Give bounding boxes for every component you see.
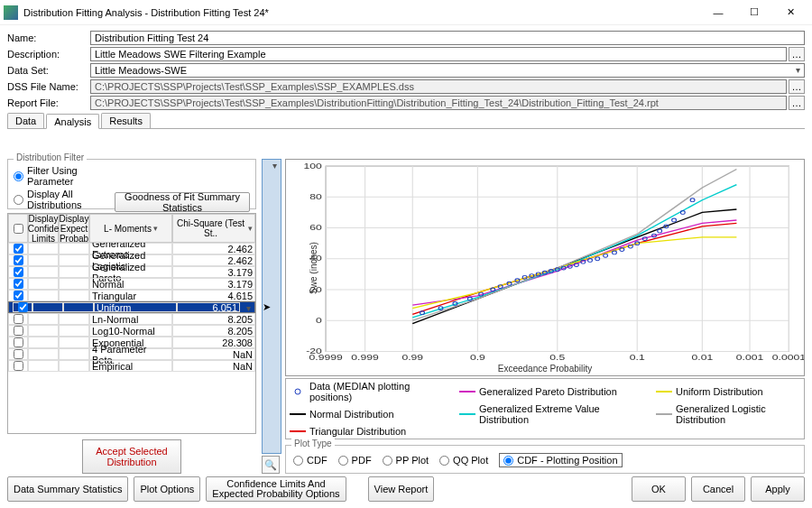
y-axis-label: Swe (inches) xyxy=(309,242,318,294)
description-expand-button[interactable]: … xyxy=(789,47,805,61)
table-row[interactable]: EmpiricalNaN xyxy=(8,360,255,372)
row-chisq: 2.462 xyxy=(172,254,255,266)
view-report-button[interactable]: View Report xyxy=(368,476,435,502)
table-row[interactable]: Ln-Normal8.205 xyxy=(8,313,255,325)
svg-text:0.01: 0.01 xyxy=(692,352,714,362)
plot-legend: Data (MEDIAN plotting positions) General… xyxy=(285,378,805,439)
row-display-checkbox[interactable] xyxy=(14,279,23,289)
row-chisq: 4.615 xyxy=(172,290,255,301)
svg-text:0.9999: 0.9999 xyxy=(309,352,343,362)
description-label: Description: xyxy=(7,49,90,60)
plot-type-pp-radio[interactable] xyxy=(383,456,392,466)
accept-selected-distribution-button[interactable]: Accept Selected Distribution xyxy=(82,439,181,474)
name-input[interactable]: Distribution Fitting Test 24 xyxy=(90,31,805,45)
svg-text:80: 80 xyxy=(309,191,322,201)
legend-data: Data (MEDIAN plotting positions) xyxy=(309,381,452,402)
row-dist-name: Triangular xyxy=(89,290,172,301)
dssfile-browse-button[interactable]: … xyxy=(789,79,805,94)
hdr-stat-select[interactable]: Chi-Square (Test St.. xyxy=(172,214,255,243)
table-row[interactable]: Triangular4.615 xyxy=(8,290,255,301)
pointer-tool-button[interactable]: ➤ xyxy=(262,159,281,454)
data-summary-stats-button[interactable]: Data Summary Statistics xyxy=(7,476,128,502)
maximize-button[interactable]: ☐ xyxy=(736,1,772,24)
zoom-tool-button[interactable]: 🔍 xyxy=(262,456,280,474)
hdr-method-select[interactable]: L- Moments xyxy=(89,214,172,243)
row-chisq: 3.179 xyxy=(172,278,255,290)
bottom-button-row: Data Summary Statistics Plot Options Con… xyxy=(7,476,805,503)
dssfile-input: C:\PROJECTS\SSP\Projects\Test\SSP_Exampl… xyxy=(90,79,787,94)
table-row[interactable]: Normal3.179 xyxy=(8,278,255,290)
row-display-checkbox[interactable] xyxy=(14,326,23,336)
conf-limits-button[interactable]: Confidence Limits And Expected Probabili… xyxy=(206,476,346,502)
close-button[interactable]: ✕ xyxy=(772,1,808,24)
row-chisq: 6.051 xyxy=(177,302,240,312)
circle-icon xyxy=(290,388,306,395)
plot-type-cdf-radio[interactable] xyxy=(293,456,303,466)
plot-area[interactable]: -200204060801000.99990.9990.990.90.50.10… xyxy=(285,159,805,376)
filter-using-parameter-label: Filter Using Parameter xyxy=(27,165,115,187)
legend-normal: Normal Distribution xyxy=(309,409,394,420)
reportfile-input: C:\PROJECTS\SSP\Projects\Test\SSP_Exampl… xyxy=(90,96,787,110)
dssfile-label: DSS File Name: xyxy=(7,81,90,92)
row-chisq: 8.205 xyxy=(172,313,255,325)
window-title: Distribution Fitting Analysis - Distribu… xyxy=(23,7,700,18)
cancel-button[interactable]: Cancel xyxy=(691,476,745,502)
plot-type-title: Plot Type xyxy=(291,439,335,448)
table-row[interactable]: Generalized Pareto3.179 xyxy=(8,266,255,278)
plot-type-group: Plot Type CDF PDF PP Plot QQ Plot CDF - … xyxy=(285,445,805,474)
tab-results[interactable]: Results xyxy=(101,113,151,128)
x-axis-label: Exceedance Probability xyxy=(286,364,804,374)
hdr-exp-prob: Display Expect Probab xyxy=(59,214,89,243)
plot-type-qq-radio[interactable] xyxy=(439,456,449,466)
table-row[interactable]: Log10-Normal8.205 xyxy=(8,325,255,337)
row-display-checkbox[interactable] xyxy=(14,314,23,324)
row-chisq: 28.308 xyxy=(172,337,255,348)
row-display-checkbox[interactable] xyxy=(14,267,23,277)
tab-analysis[interactable]: Analysis xyxy=(46,114,99,129)
hdr-conf-limits: Display Confide Limits xyxy=(28,214,59,243)
row-display-checkbox[interactable] xyxy=(14,361,23,371)
content: Name: Distribution Fitting Test 24 Descr… xyxy=(0,25,812,508)
distribution-table: Display Confide Limits Display Expect Pr… xyxy=(7,213,256,434)
svg-point-63 xyxy=(672,218,677,222)
row-dist-name: Log10-Normal xyxy=(89,325,172,337)
row-display-checkbox[interactable] xyxy=(14,337,23,347)
dataset-select[interactable]: Little Meadows-SWE xyxy=(90,63,805,78)
plot-type-pdf-radio[interactable] xyxy=(338,456,348,466)
magnifier-icon: 🔍 xyxy=(264,459,277,471)
row-display-checkbox[interactable] xyxy=(14,349,23,359)
row-display-checkbox[interactable] xyxy=(18,302,28,312)
ok-button[interactable]: OK xyxy=(632,476,686,502)
row-dist-name: Ln-Normal xyxy=(89,313,172,325)
row-display-checkbox[interactable] xyxy=(14,255,23,265)
svg-text:0.99: 0.99 xyxy=(401,352,423,362)
apply-button[interactable]: Apply xyxy=(751,476,805,502)
legend-gp: Generalized Pareto Distribution xyxy=(479,386,617,397)
display-all-distributions-radio[interactable] xyxy=(14,195,23,205)
row-chisq: NaN xyxy=(172,360,255,372)
row-display-checkbox[interactable] xyxy=(14,291,23,300)
legend-gev: Generalized Extreme Value Distribution xyxy=(479,403,649,425)
filter-using-parameter-radio[interactable] xyxy=(14,171,23,181)
svg-text:0.001: 0.001 xyxy=(736,352,763,362)
hdr-display-all[interactable] xyxy=(8,214,28,243)
row-display-checkbox[interactable] xyxy=(14,244,23,254)
reportfile-browse-button[interactable]: … xyxy=(789,96,805,110)
plot-options-button[interactable]: Plot Options xyxy=(134,476,200,502)
row-dist-name: Uniform xyxy=(94,302,177,312)
tab-data[interactable]: Data xyxy=(7,113,44,128)
description-input[interactable]: Little Meadows SWE Filtering Example xyxy=(90,47,787,61)
svg-point-66 xyxy=(295,389,300,394)
display-all-checkbox[interactable] xyxy=(14,224,23,234)
table-row[interactable]: Uniform6.051 xyxy=(8,301,255,313)
svg-point-55 xyxy=(613,251,617,254)
row-chisq: 2.462 xyxy=(172,243,255,254)
reportfile-label: Report File: xyxy=(7,97,90,108)
gof-summary-button[interactable]: Goodness of Fit Summary Statistics xyxy=(115,192,250,212)
row-chisq: NaN xyxy=(172,348,255,360)
svg-point-65 xyxy=(690,199,695,202)
plot-type-cdfpp-radio[interactable] xyxy=(503,456,513,466)
table-row[interactable]: 4 Parameter BetaNaN xyxy=(8,348,255,360)
svg-text:60: 60 xyxy=(309,222,322,232)
minimize-button[interactable]: — xyxy=(700,1,736,24)
